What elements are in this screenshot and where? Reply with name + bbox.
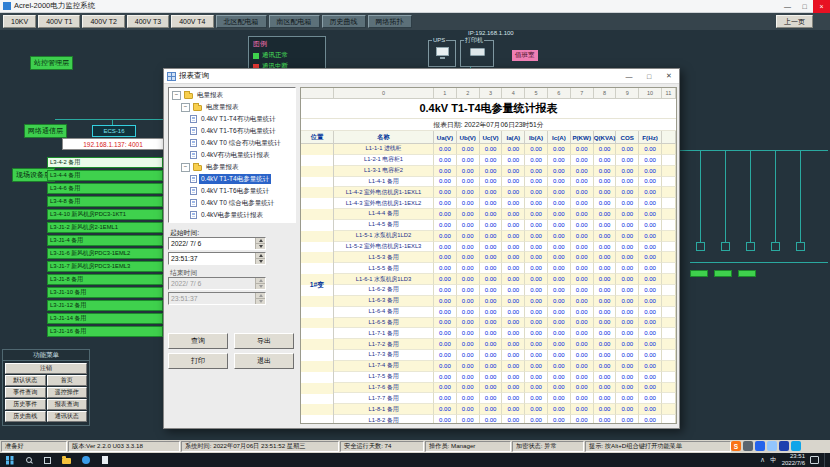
menu-button[interactable]: 报表查询	[47, 399, 88, 410]
window-close-button[interactable]: ×	[813, 0, 830, 13]
document-icon[interactable]	[95, 453, 114, 467]
tray-chevron-icon[interactable]: ∧	[760, 456, 765, 464]
field-device-item[interactable]: L3-J1-14 备用	[47, 313, 163, 324]
menu-button[interactable]: 历史曲线	[5, 411, 46, 422]
field-device-item[interactable]: L3-4-2 备用	[47, 157, 163, 168]
gateway-device[interactable]: ECS-16	[92, 125, 136, 137]
window-minimize-button[interactable]: —	[779, 0, 796, 13]
mic-icon[interactable]	[743, 441, 753, 451]
export-button[interactable]: 导出	[234, 333, 294, 349]
table-row[interactable]: L1-4-3 室外电信机房1-1EXL2 0.00 0.00 0.00 0.00…	[334, 198, 676, 209]
dialog-close-button[interactable]: ✕	[659, 69, 679, 84]
nav-tab[interactable]: 400V T3	[127, 15, 169, 28]
table-row[interactable]: L1-7-4 备用 0.00 0.00 0.00 0.00 0.00 0.00 …	[334, 361, 676, 372]
query-button[interactable]: 查询	[168, 333, 228, 349]
field-device-item[interactable]: L3-4-4 备用	[47, 170, 163, 181]
table-row[interactable]: L1-6-4 备用 0.00 0.00 0.00 0.00 0.00 0.00 …	[334, 307, 676, 318]
table-row[interactable]: L1-7-6 备用 0.00 0.00 0.00 0.00 0.00 0.00 …	[334, 383, 676, 394]
file-explorer-icon[interactable]	[57, 453, 76, 467]
field-device-item[interactable]: L3-J1-6 新风机房PDC3-1EML2	[47, 248, 163, 259]
nav-tab[interactable]: 北区配电箱	[216, 15, 267, 28]
menu-button[interactable]: 历史事件	[5, 399, 46, 410]
table-row[interactable]: L1-6-2 备用 0.00 0.00 0.00 0.00 0.00 0.00 …	[334, 285, 676, 296]
start-time-field[interactable]: 23:51:37	[168, 252, 266, 265]
table-row[interactable]: L1-8-2 备用 0.00 0.00 0.00 0.00 0.00 0.00 …	[334, 415, 676, 424]
tree-item[interactable]: 0.4kV T1-T6电参量统计	[170, 185, 294, 197]
nav-tab[interactable]: 网络拓扑	[368, 15, 412, 28]
table-row[interactable]: L1-5-3 备用 0.00 0.00 0.00 0.00 0.00 0.00 …	[334, 252, 676, 263]
search-icon[interactable]	[19, 453, 38, 467]
field-device-item[interactable]: L3-4-8 备用	[47, 196, 163, 207]
dialog-minimize-button[interactable]: —	[619, 69, 639, 84]
menu-button[interactable]: 注销	[5, 363, 87, 374]
spinner-down-button[interactable]	[256, 244, 265, 249]
dialog-maximize-button[interactable]: □	[639, 69, 659, 84]
table-row[interactable]: L1-6-5 备用 0.00 0.00 0.00 0.00 0.00 0.00 …	[334, 318, 676, 329]
nav-tab[interactable]: 10KV	[3, 15, 36, 28]
field-device-item[interactable]: L3-4-6 备用	[47, 183, 163, 194]
nav-tab[interactable]: 400V T1	[38, 15, 80, 28]
settings-tray-icon[interactable]	[779, 441, 789, 451]
show-desktop-button[interactable]	[824, 453, 827, 467]
start-date-field[interactable]: 2022/ 7/ 6	[168, 237, 266, 250]
table-row[interactable]: L1-7-3 备用 0.00 0.00 0.00 0.00 0.00 0.00 …	[334, 350, 676, 361]
clipboard-icon[interactable]	[767, 441, 777, 451]
nav-tab[interactable]: 400V T4	[171, 15, 213, 28]
table-row[interactable]: L1-4-2 室外电信机房1-1EXL1 0.00 0.00 0.00 0.00…	[334, 187, 676, 198]
menu-button[interactable]: 事件查询	[5, 387, 46, 398]
table-row[interactable]: L1-4-1 备用 0.00 0.00 0.00 0.00 0.00 0.00 …	[334, 177, 676, 188]
nav-tab[interactable]: 400V T2	[82, 15, 124, 28]
field-device-item[interactable]: L3-J1-8 备用	[47, 274, 163, 285]
start-icon[interactable]	[0, 453, 19, 467]
tree-item[interactable]: 电量报表	[170, 89, 294, 101]
tree-item[interactable]: 0.4kV T1-T4有功电量统计	[170, 113, 294, 125]
tree-item[interactable]: 电参量报表	[170, 161, 294, 173]
taskbar-clock[interactable]: 23:51 2022/7/6	[782, 453, 805, 467]
ime-indicator[interactable]: 中	[770, 456, 777, 465]
field-device-item[interactable]: L3-J1-12 备用	[47, 300, 163, 311]
table-row[interactable]: L1-8-1 备用 0.00 0.00 0.00 0.00 0.00 0.00 …	[334, 404, 676, 415]
field-device-item[interactable]: L3-4-10 新风机房PDC3-1KT1	[47, 209, 163, 220]
spinner-down-button[interactable]	[256, 259, 265, 264]
notification-icon[interactable]	[810, 456, 819, 464]
tree-item[interactable]: 0.4kV T1-T6有功电量统计	[170, 125, 294, 137]
table-row[interactable]: L1-7-1 备用 0.00 0.00 0.00 0.00 0.00 0.00 …	[334, 328, 676, 339]
table-row[interactable]: L1-5-5 备用 0.00 0.00 0.00 0.00 0.00 0.00 …	[334, 263, 676, 274]
prev-page-button[interactable]: 上一页	[776, 15, 813, 28]
table-row[interactable]: L1-2-1 电容柜1 0.00 0.00 0.00 0.00 0.00 0.0…	[334, 155, 676, 166]
task-view-icon[interactable]	[38, 453, 57, 467]
tree-item[interactable]: 0.4kV电参量统计报表	[170, 209, 294, 221]
tree-item[interactable]: 电度量报表	[170, 101, 294, 113]
print-button[interactable]: 打印	[168, 353, 228, 369]
menu-button[interactable]: 遥控操作	[47, 387, 88, 398]
table-row[interactable]: L1-7-7 备用 0.00 0.00 0.00 0.00 0.00 0.00 …	[334, 393, 676, 404]
ime-tool-icon[interactable]	[755, 441, 765, 451]
sogou-icon[interactable]: S	[731, 441, 741, 451]
exit-button[interactable]: 退出	[234, 353, 294, 369]
tree-item[interactable]: 0.4kV T0 综合电参量统计	[170, 197, 294, 209]
nav-tab[interactable]: 南区配电箱	[269, 15, 320, 28]
browser-icon[interactable]	[76, 453, 95, 467]
table-row[interactable]: L1-4-4 备用 0.00 0.00 0.00 0.00 0.00 0.00 …	[334, 209, 676, 220]
field-device-item[interactable]: L3-J1-2 新风机房2-1EML1	[47, 222, 163, 233]
table-row[interactable]: L1-6-1 水泵机房1LD3 0.00 0.00 0.00 0.00 0.00…	[334, 274, 676, 285]
table-row[interactable]: L1-3-1 电容柜2 0.00 0.00 0.00 0.00 0.00 0.0…	[334, 166, 676, 177]
field-device-item[interactable]: L3-J1-16 备用	[47, 326, 163, 337]
table-row[interactable]: L1-7-5 备用 0.00 0.00 0.00 0.00 0.00 0.00 …	[334, 372, 676, 383]
menu-button[interactable]: 首页	[47, 375, 88, 386]
menu-button[interactable]: 通讯状态	[47, 411, 88, 422]
table-row[interactable]: L1-6-3 备用 0.00 0.00 0.00 0.00 0.00 0.00 …	[334, 296, 676, 307]
keyboard-icon[interactable]	[791, 441, 801, 451]
field-device-item[interactable]: L3-J1-4 备用	[47, 235, 163, 246]
table-row[interactable]: L1-5-1 水泵机房1LD2 0.00 0.00 0.00 0.00 0.00…	[334, 231, 676, 242]
tree-item[interactable]: 0.4kV T0 综合有功电量统计	[170, 137, 294, 149]
tree-item[interactable]: 0.4kV有功电量统计报表	[170, 149, 294, 161]
table-row[interactable]: L1-1-1 进线柜 0.00 0.00 0.00 0.00 0.00 0.00…	[334, 144, 676, 155]
dialog-titlebar[interactable]: 报表查询 — □ ✕	[164, 69, 679, 84]
tree-item[interactable]: 0.4kV T1-T4电参量统计	[170, 173, 294, 185]
window-maximize-button[interactable]: □	[796, 0, 813, 13]
table-row[interactable]: L1-5-2 室外电信机房1-1EXL3 0.00 0.00 0.00 0.00…	[334, 242, 676, 253]
field-device-item[interactable]: L3-J1-7 新风机房PDC3-1EML3	[47, 261, 163, 272]
field-device-item[interactable]: L3-J1-10 备用	[47, 287, 163, 298]
nav-tab[interactable]: 历史曲线	[322, 15, 366, 28]
